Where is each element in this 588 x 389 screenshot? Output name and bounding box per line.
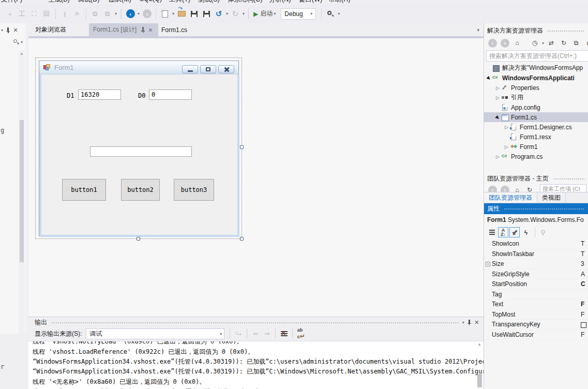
team-explorer-header[interactable]: 团队资源管理器 - 主页	[484, 173, 588, 184]
space-horizontal-icon[interactable]: ⫲	[59, 8, 70, 20]
form-minimize-button[interactable]	[182, 65, 198, 73]
solution-explorer-search-input[interactable]: 搜索解决方案资源管理器(Ctrl+;)	[486, 50, 588, 62]
designer-surface[interactable]: Form1 D1 16320 D0 0 button1 button2 butt…	[28, 38, 484, 317]
property-value[interactable]: A	[581, 271, 588, 278]
textbox-d0[interactable]: 0	[149, 89, 192, 100]
sync-view-icon[interactable]: ⇄	[546, 37, 557, 49]
tab-pin-icon[interactable]	[141, 27, 145, 33]
menu-item-体系结构(C)[interactable]: 体系结构(C)	[228, 0, 262, 4]
property-value[interactable]: F	[581, 301, 588, 308]
clear-all-icon[interactable]	[279, 328, 289, 339]
property-row-ShowIcon[interactable]: ShowIconT	[484, 239, 588, 249]
refresh-icon[interactable]: ↻	[524, 184, 535, 192]
events-button[interactable]: ϟ	[521, 227, 531, 237]
button1[interactable]: button1	[62, 179, 106, 201]
property-row-Tag[interactable]: Tag	[484, 290, 588, 300]
toolbar-overflow-chevron[interactable]: ▾	[115, 11, 117, 16]
textbox-result[interactable]	[90, 146, 192, 157]
tree-item-Form1[interactable]: ▷Form1	[484, 142, 588, 152]
tree-item-引用[interactable]: ▷引用	[484, 93, 588, 102]
property-pages-button[interactable]: ⚲	[538, 227, 548, 237]
close-icon[interactable]: ×	[13, 27, 18, 33]
label-d0[interactable]: D0	[138, 92, 145, 99]
menu-item-工具(T)[interactable]: 工具(T)	[169, 0, 190, 4]
panel-drag-grip[interactable]	[51, 322, 458, 324]
close-icon[interactable]: ×	[475, 320, 479, 325]
start-dropdown[interactable]: ▾	[274, 11, 276, 16]
tree-item-Form1.resx[interactable]: Form1.resx	[484, 132, 588, 142]
tree-expander-icon[interactable]: ▷	[504, 125, 509, 130]
tree-expander-icon[interactable]: ▷	[495, 95, 501, 100]
panel-drag-grip[interactable]	[553, 178, 585, 181]
previous-message-icon[interactable]: ⇐	[250, 328, 261, 339]
undo-dropdown[interactable]: ▾	[226, 11, 228, 16]
scroll-up-icon[interactable]: ▲	[20, 51, 24, 56]
pending-changes-icon[interactable]: ◷	[529, 37, 540, 49]
te-forward-button[interactable]: ›	[499, 184, 510, 192]
home-icon[interactable]: ⌂	[511, 184, 523, 192]
property-row-Size[interactable]: +Size3	[484, 259, 588, 270]
tree-expander-icon[interactable]: ▶	[494, 113, 502, 121]
properties-object-row[interactable]: Form1 System.Windows.Forms.Fo	[484, 214, 588, 226]
undo-button[interactable]: ↺	[213, 8, 224, 20]
property-row-StartPosition[interactable]: StartPositionC	[484, 279, 588, 290]
property-row-SizeGripStyle[interactable]: SizeGripStyleA	[484, 270, 588, 280]
pin-icon[interactable]	[6, 27, 10, 33]
goto-message-icon[interactable]: ⮑	[233, 328, 244, 339]
alphabetical-sort-button[interactable]: AZ↓	[498, 227, 508, 237]
tree-item-Program.cs[interactable]: ▷Program.cs	[484, 152, 588, 161]
collapse-all-icon[interactable]: ⧉	[570, 37, 582, 49]
solution-config-combo[interactable]: Debug ▾	[281, 8, 316, 20]
label-d1[interactable]: D1	[67, 92, 74, 99]
tree-expander-icon[interactable]: ▶	[485, 74, 493, 82]
property-row-TransparencyKey[interactable]: TransparencyKey	[484, 320, 588, 330]
tree-item-Form1.cs[interactable]: ▶Form1.cs	[484, 112, 588, 122]
output-text-area[interactable]: 线程 'vshost.NotifyLoad' (0x89c0) 已退出，返回值为…	[28, 341, 484, 389]
make-same-size-icon[interactable]: ⧉	[89, 8, 101, 20]
menu-item-窗口(W)[interactable]: 窗口(W)	[299, 0, 322, 4]
menu-item-测试(S)[interactable]: 测试(S)	[198, 0, 220, 4]
document-tab-Form1.cs[interactable]: Form1.cs	[157, 23, 193, 36]
show-all-files-icon[interactable]: ⧈	[583, 37, 588, 49]
tree-item-App.config[interactable]: App.config	[484, 102, 588, 112]
property-value[interactable]: 3	[581, 260, 588, 267]
property-expander-gutter[interactable]: +	[484, 261, 492, 266]
property-value[interactable]: F	[581, 331, 588, 338]
output-source-combo[interactable]: 调试 ▾	[86, 328, 224, 339]
tree-item-Form1.Designer.cs[interactable]: ▷Form1.Designer.cs	[484, 122, 588, 132]
properties-header[interactable]: 属性	[484, 203, 588, 214]
document-tab-Form1.cs [设计][interactable]: Form1.cs [设计]×	[89, 23, 158, 36]
textbox-d1[interactable]: 16320	[78, 89, 121, 100]
size-both-icon[interactable]: ⧉	[102, 8, 113, 20]
panel-menu-chevron[interactable]: ▾	[1, 28, 3, 33]
find-in-files-icon[interactable]	[325, 8, 336, 20]
navigate-forward-button[interactable]: ›	[141, 8, 153, 20]
pending-changes-dropdown[interactable]: ▾	[542, 41, 544, 46]
expand-plus-icon[interactable]: +	[486, 262, 490, 266]
scrollbar-thumb[interactable]	[477, 374, 482, 387]
form-maximize-button[interactable]	[200, 65, 216, 73]
tree-item-WindowsFormsApplicati[interactable]: ▶WindowsFormsApplicati	[484, 73, 588, 83]
tree-expander-icon[interactable]: ▷	[495, 85, 501, 91]
menu-item-帮助(H)[interactable]: 帮助(H)	[328, 0, 350, 4]
tree-expander-icon[interactable]: ▷	[495, 154, 501, 159]
save-all-button[interactable]	[201, 8, 212, 20]
scroll-up-icon[interactable]: ▲	[477, 342, 481, 347]
se-back-button[interactable]: ‹	[487, 37, 498, 49]
work-item-search-input[interactable]: 搜索工作项 (Ct	[540, 184, 586, 192]
button2[interactable]: button2	[121, 179, 160, 201]
space-vertical-icon[interactable]: ≐	[71, 8, 83, 20]
menu-item-调试(D)[interactable]: 调试(D)	[78, 0, 99, 4]
solution-explorer-header[interactable]: 解决方案资源管理器	[484, 25, 588, 36]
categorized-view-button[interactable]	[487, 227, 497, 237]
property-row-UseWaitCursor[interactable]: UseWaitCursorF	[484, 330, 588, 340]
output-header[interactable]: 输出 ▾ ×	[28, 317, 484, 327]
se-forward-button[interactable]: ›	[499, 37, 510, 49]
panel-drag-grip[interactable]	[547, 30, 585, 33]
scrollbar-thumb[interactable]	[20, 120, 24, 262]
navigate-back-button[interactable]: ‹	[125, 8, 136, 20]
designed-form[interactable]: Form1 D1 16320 D0 0 button1 button2 butt…	[39, 61, 239, 236]
next-message-icon[interactable]: ⇒	[262, 328, 272, 339]
button3[interactable]: button3	[174, 179, 214, 201]
menu-item-文件(F)[interactable]: 文件(F)	[1, 0, 22, 4]
